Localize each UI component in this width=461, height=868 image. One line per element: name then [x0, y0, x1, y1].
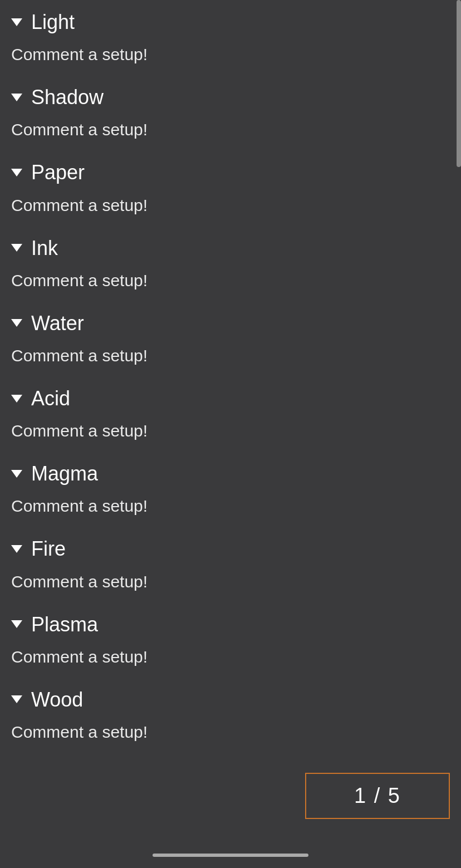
chevron-down-icon-magma [11, 470, 22, 478]
category-item-shadow: ShadowComment a setup! [11, 75, 445, 150]
pagination-box[interactable]: 1 / 5 [305, 773, 450, 819]
comment-link-fire[interactable]: Comment a setup! [11, 568, 445, 602]
category-label-acid: Acid [31, 386, 70, 410]
category-label-wood: Wood [31, 688, 83, 712]
category-header-ink[interactable]: Ink [11, 226, 445, 267]
comment-link-plasma[interactable]: Comment a setup! [11, 643, 445, 678]
category-header-magma[interactable]: Magma [11, 452, 445, 492]
category-header-light[interactable]: Light [11, 0, 445, 41]
category-item-light: LightComment a setup! [11, 0, 445, 75]
chevron-down-icon-fire [11, 545, 22, 553]
category-item-ink: InkComment a setup! [11, 226, 445, 301]
chevron-down-icon-shadow [11, 94, 22, 101]
comment-link-wood[interactable]: Comment a setup! [11, 718, 445, 753]
category-item-acid: AcidComment a setup! [11, 376, 445, 452]
category-label-water: Water [31, 311, 84, 335]
chevron-down-icon-water [11, 319, 22, 327]
category-item-water: WaterComment a setup! [11, 301, 445, 376]
category-label-shadow: Shadow [31, 85, 104, 109]
category-header-water[interactable]: Water [11, 301, 445, 342]
category-header-fire[interactable]: Fire [11, 527, 445, 567]
comment-link-light[interactable]: Comment a setup! [11, 41, 445, 75]
category-label-fire: Fire [31, 537, 66, 561]
category-item-paper: PaperComment a setup! [11, 150, 445, 225]
category-label-ink: Ink [31, 236, 58, 260]
comment-link-shadow[interactable]: Comment a setup! [11, 116, 445, 150]
category-label-light: Light [31, 10, 75, 34]
comment-link-ink[interactable]: Comment a setup! [11, 267, 445, 301]
comment-link-acid[interactable]: Comment a setup! [11, 417, 445, 452]
category-label-plasma: Plasma [31, 612, 98, 636]
category-item-magma: MagmaComment a setup! [11, 452, 445, 527]
list-container: LightComment a setup!ShadowComment a set… [0, 0, 461, 753]
category-header-plasma[interactable]: Plasma [11, 602, 445, 643]
category-label-paper: Paper [31, 160, 85, 184]
category-header-shadow[interactable]: Shadow [11, 75, 445, 116]
pagination-text: 1 / 5 [354, 784, 401, 808]
chevron-down-icon-plasma [11, 620, 22, 628]
category-item-wood: WoodComment a setup! [11, 678, 445, 753]
chevron-down-icon-wood [11, 695, 22, 703]
category-item-fire: FireComment a setup! [11, 527, 445, 602]
comment-link-paper[interactable]: Comment a setup! [11, 192, 445, 226]
chevron-down-icon-ink [11, 244, 22, 252]
category-label-magma: Magma [31, 462, 98, 486]
chevron-down-icon-paper [11, 169, 22, 176]
comment-link-magma[interactable]: Comment a setup! [11, 492, 445, 527]
category-header-paper[interactable]: Paper [11, 150, 445, 191]
comment-link-water[interactable]: Comment a setup! [11, 342, 445, 376]
chevron-down-icon-acid [11, 395, 22, 403]
main-container: LightComment a setup!ShadowComment a set… [0, 0, 461, 868]
scrollbar[interactable] [457, 0, 461, 167]
category-header-wood[interactable]: Wood [11, 678, 445, 718]
bottom-scrollbar[interactable] [153, 854, 308, 857]
chevron-down-icon-light [11, 18, 22, 26]
category-item-plasma: PlasmaComment a setup! [11, 602, 445, 678]
category-header-acid[interactable]: Acid [11, 376, 445, 417]
